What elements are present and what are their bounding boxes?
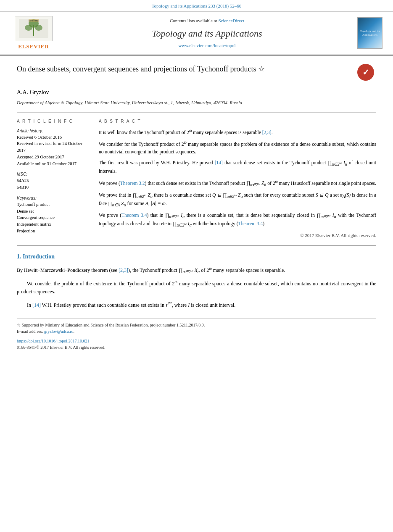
intro-para-2: We consider the problem of the existence… [17,279,376,296]
article-info-label: A R T I C L E I N F O [17,118,90,124]
article-title-section: On dense subsets, convergent sequences a… [17,64,376,83]
abstract-column: A B S T R A C T It is well know that the… [99,118,376,239]
keywords-content: Tychonoff product Dense set Convergent s… [17,201,90,234]
article-info-column: A R T I C L E I N F O Article history: R… [17,118,90,239]
msc-label: MSC: [17,171,90,177]
page: Topology and its Applications 233 (2018)… [0,0,393,532]
abstract-para-5: We prove that in ∏α∈2ω Zα there is a cou… [99,192,376,208]
ref-14-link-2[interactable]: [14] [32,303,41,308]
abstract-para-6: We prove (Theorem 3.4) that in ∏α∈2ω Iα … [99,212,376,229]
journal-title: Topology and its Applications [59,26,355,40]
abstract-label: A B S T R A C T [99,118,376,124]
article-content: On dense subsets, convergent sequences a… [0,55,393,359]
intro-para-3: In [14] W.H. Priestley proved that such … [17,299,376,310]
crossmark-icon: ✓ [357,64,374,81]
keywords-label: Keywords: [17,195,90,201]
theorem-3-4-link-1[interactable]: Theorem 3.4 [121,213,147,218]
journal-url: www.elsevier.com/locate/topol [59,42,355,49]
history-block: Article history: Received 6 October 2016… [17,128,90,167]
abstract-para-3: The first result was proved by W.H. Prie… [99,159,376,175]
doi-link[interactable]: https://doi.org/10.1016/j.topol.2017.10.… [17,339,90,343]
svg-point-4 [35,25,42,31]
doi-line: https://doi.org/10.1016/j.topol.2017.10.… [17,338,376,344]
intro-para-1: By Hewitt–Marczewski–Pondiczery theorem … [17,265,376,275]
msc-block: MSC: 54A25 54B10 [17,171,90,191]
revised-date: Received in revised form 24 October 2017 [17,140,90,154]
svg-point-3 [25,25,32,31]
journal-header: ELSEVIER ELSEVIER Contents lists availab… [0,12,393,56]
ref-2-3-link-1[interactable]: [2,3] [262,129,272,134]
received-date: Received 6 October 2016 [17,134,90,141]
footnote-section: ☆ Supported by Ministry of Education and… [17,318,376,350]
keywords-block: Keywords: Tychonoff product Dense set Co… [17,195,90,234]
section-1-heading: 1. Introduction [17,252,376,261]
history-label: Article history: [17,128,90,134]
journal-thumb-image: Topology and its Applications [357,17,382,49]
email-link[interactable]: gryzlov@udsu.ru [44,329,73,334]
author-name: A.A. Gryzlov [17,88,376,97]
email-footnote: E-mail address: gryzlov@udsu.ru. [17,328,376,334]
two-column-section: A R T I C L E I N F O Article history: R… [17,113,376,239]
abstract-para-4: We prove (Theorem 3.2) that such dense s… [99,179,376,188]
science-direct-link: Contents lists available at ScienceDirec… [59,17,355,24]
science-direct-anchor[interactable]: ScienceDirect [218,18,244,23]
theorem-3-2-link[interactable]: Theorem 3.2 [120,180,145,185]
section-divider [17,245,376,246]
copyright-line: © 2017 Elsevier B.V. All rights reserved… [99,232,376,239]
crossmark-badge: ✓ [357,64,376,83]
article-title: On dense subsets, convergent sequences a… [17,64,349,74]
abstract-para-2: We consider for the Tychonoff product of… [99,140,376,155]
ref-2-3-link-2[interactable]: [2,3] [119,267,128,273]
star-footnote: ☆ Supported by Ministry of Education and… [17,322,376,328]
journal-center-info: Contents lists available at ScienceDirec… [59,17,355,49]
ref-14-link-1[interactable]: [14] [215,160,223,165]
journal-thumbnail: Topology and its Applications [355,17,385,49]
journal-citation: Topology and its Applications 233 (2018)… [152,3,242,8]
abstract-para-1: It is well know that the Tychonoff produ… [99,128,376,137]
elsevier-logo: ELSEVIER ELSEVIER [8,16,59,51]
elsevier-emblem: ELSEVIER [15,16,53,41]
msc-codes: 54A25 54B10 [17,177,90,191]
theorem-3-4-link-2[interactable]: Theorem 3.4 [238,221,263,226]
top-banner: Topology and its Applications 233 (2018)… [0,0,393,12]
available-date: Available online 31 October 2017 [17,161,90,167]
author-affiliation: Department of Algebra & Topology, Udmurt… [17,99,376,106]
issn-line: 0166-8641/© 2017 Elsevier B.V. All right… [17,344,376,350]
elsevier-brand-text: ELSEVIER [18,42,49,51]
svg-text:ELSEVIER: ELSEVIER [29,20,39,22]
accepted-date: Accepted 29 October 2017 [17,154,90,161]
